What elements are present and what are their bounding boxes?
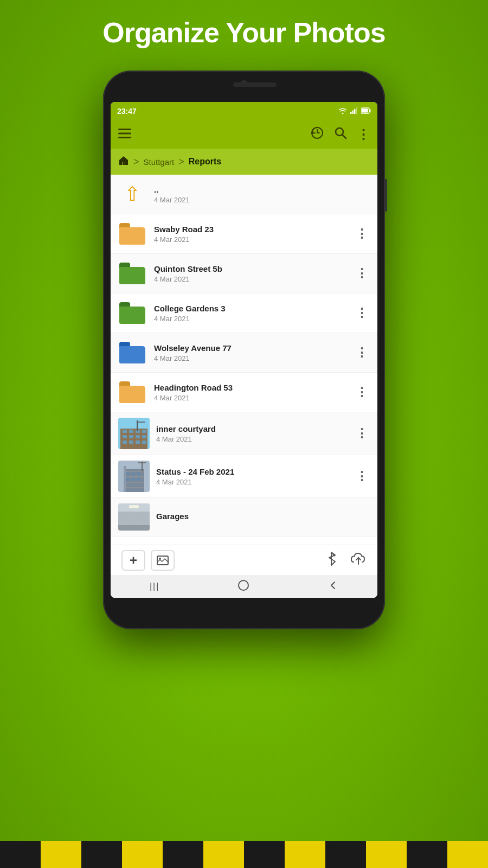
courtyard-menu-icon[interactable]: ⋮	[354, 424, 370, 443]
wolseley-info: Wolseley Avenue 77 4 Mar 2021	[154, 343, 354, 362]
up-name: ..	[154, 185, 370, 194]
bottom-action-bar: +	[111, 545, 377, 575]
svg-rect-6	[370, 109, 371, 112]
stripe-3	[81, 841, 122, 868]
list-item-garages[interactable]: Garages	[111, 498, 377, 537]
home-nav-icon[interactable]	[237, 579, 249, 594]
recent-apps-icon[interactable]: |||	[150, 582, 159, 591]
svg-rect-5	[362, 108, 368, 112]
swaby-name: Swaby Road 23	[154, 225, 354, 234]
home-icon[interactable]	[118, 155, 129, 169]
svg-rect-32	[124, 466, 126, 492]
headington-menu-icon[interactable]: ⋮	[354, 383, 370, 401]
quinton-info: Quinton Street 5b 4 Mar 2021	[154, 264, 354, 283]
status-icons	[338, 107, 371, 116]
side-button	[385, 179, 387, 212]
wifi-icon	[338, 107, 347, 116]
folder-icon-headington	[118, 378, 146, 406]
stripe-6	[203, 841, 244, 868]
courtyard-name: inner courtyard	[156, 424, 354, 433]
breadcrumb-stuttgart[interactable]: Stuttgart	[144, 157, 175, 167]
battery-icon	[361, 107, 371, 116]
up-icon: ⇧	[118, 180, 146, 208]
bottom-stripes	[0, 841, 488, 868]
status-menu-icon[interactable]: ⋮	[354, 467, 370, 486]
list-item-status[interactable]: Status - 24 Feb 2021 4 Mar 2021 ⋮	[111, 455, 377, 498]
bluetooth-icon[interactable]	[325, 551, 337, 570]
status-bar: 23:47	[111, 102, 377, 120]
stripe-5	[163, 841, 203, 868]
svg-rect-27	[142, 441, 146, 444]
svg-rect-7	[118, 129, 131, 130]
list-item-courtyard[interactable]: inner courtyard 4 Mar 2021 ⋮	[111, 412, 377, 455]
college-date: 4 Mar 2021	[154, 315, 354, 323]
svg-rect-2	[354, 109, 356, 114]
signal-icon	[350, 107, 358, 116]
gallery-button[interactable]	[151, 550, 175, 571]
stripe-4	[122, 841, 163, 868]
breadcrumb-sep-2: >	[178, 156, 184, 168]
svg-rect-23	[142, 435, 146, 438]
app-toolbar: ⋮	[111, 120, 377, 149]
stripe-1	[0, 841, 41, 868]
bottom-right-actions	[325, 551, 367, 570]
svg-rect-41	[137, 473, 140, 475]
courtyard-info: inner courtyard 4 Mar 2021	[156, 424, 354, 443]
list-item-headington[interactable]: Headington Road 53 4 Mar 2021 ⋮	[111, 373, 377, 412]
svg-rect-39	[126, 473, 130, 475]
add-button[interactable]: +	[121, 550, 145, 571]
page-title: Organize Your Photos	[0, 16, 488, 49]
speaker	[233, 82, 277, 87]
more-options-icon[interactable]: ⋮	[357, 127, 370, 142]
list-item-up[interactable]: ⇧ .. 4 Mar 2021	[111, 175, 377, 214]
college-info: College Gardens 3 4 Mar 2021	[154, 304, 354, 323]
swaby-date: 4 Mar 2021	[154, 235, 354, 244]
svg-rect-1	[352, 110, 354, 114]
search-icon[interactable]	[334, 126, 347, 143]
quinton-menu-icon[interactable]: ⋮	[354, 264, 370, 283]
garages-name: Garages	[156, 512, 370, 521]
menu-button[interactable]	[118, 127, 131, 142]
quinton-name: Quinton Street 5b	[154, 264, 354, 273]
swaby-info: Swaby Road 23 4 Mar 2021	[154, 225, 354, 244]
svg-rect-48	[118, 525, 150, 531]
status-name: Status - 24 Feb 2021	[156, 467, 354, 476]
svg-rect-0	[350, 112, 352, 114]
svg-rect-43	[132, 478, 135, 481]
headington-name: Headington Road 53	[154, 383, 354, 392]
college-menu-icon[interactable]: ⋮	[354, 304, 370, 322]
folder-icon-wolseley	[118, 339, 146, 367]
up-info: .. 4 Mar 2021	[154, 185, 370, 204]
phone-shell: 23:47	[103, 71, 385, 629]
svg-rect-16	[123, 430, 127, 433]
svg-rect-47	[129, 505, 139, 508]
up-date: 4 Mar 2021	[154, 196, 370, 204]
swaby-menu-icon[interactable]: ⋮	[354, 225, 370, 243]
list-item-quinton[interactable]: Quinton Street 5b 4 Mar 2021 ⋮	[111, 254, 377, 293]
folder-icon-swaby	[118, 220, 146, 248]
list-item-college[interactable]: College Gardens 3 4 Mar 2021 ⋮	[111, 293, 377, 333]
svg-rect-44	[137, 478, 140, 481]
stripe-2	[41, 841, 81, 868]
breadcrumb-reports[interactable]: Reports	[189, 157, 221, 167]
thumb-garages	[118, 503, 150, 531]
stripe-12	[447, 841, 488, 868]
svg-rect-55	[239, 580, 248, 590]
breadcrumb-sep-1: >	[133, 156, 139, 168]
svg-rect-26	[136, 441, 140, 444]
stripe-11	[407, 841, 447, 868]
list-item-wolseley[interactable]: Wolseley Avenue 77 4 Mar 2021 ⋮	[111, 333, 377, 373]
svg-rect-40	[132, 473, 135, 475]
svg-rect-24	[123, 441, 127, 444]
status-time: 23:47	[117, 107, 137, 116]
wolseley-menu-icon[interactable]: ⋮	[354, 343, 370, 362]
history-icon[interactable]	[310, 126, 324, 143]
courtyard-date: 4 Mar 2021	[156, 435, 354, 443]
upload-cloud-icon[interactable]	[350, 551, 367, 570]
toolbar-left	[118, 127, 131, 142]
headington-date: 4 Mar 2021	[154, 394, 354, 402]
back-nav-icon[interactable]	[328, 580, 338, 593]
svg-rect-25	[129, 441, 133, 444]
list-item-swaby[interactable]: Swaby Road 23 4 Mar 2021 ⋮	[111, 214, 377, 254]
stripe-10	[366, 841, 407, 868]
